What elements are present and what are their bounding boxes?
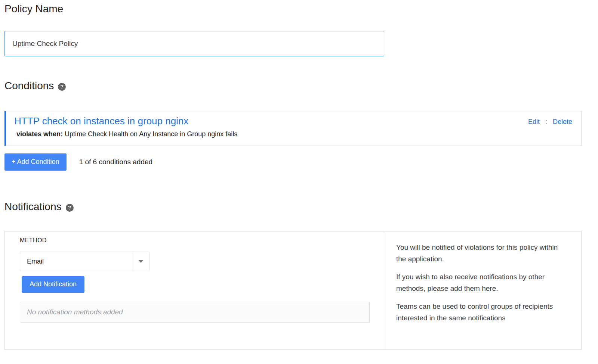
condition-description: violates when:Uptime Check Health on Any… xyxy=(14,130,572,138)
info-paragraph-2: If you wish to also receive notification… xyxy=(396,271,564,294)
action-separator: : xyxy=(545,118,547,126)
add-condition-row: + Add Condition 1 of 6 conditions added xyxy=(4,153,152,171)
condition-title-link[interactable]: HTTP check on instances in group nginx xyxy=(14,115,188,127)
conditions-help-icon[interactable]: ? xyxy=(58,83,66,91)
add-condition-button[interactable]: + Add Condition xyxy=(4,153,67,171)
notifications-heading-label: Notifications xyxy=(4,201,62,213)
notifications-help-icon[interactable]: ? xyxy=(66,204,74,212)
no-notifications-placeholder: No notification methods added xyxy=(20,302,370,323)
notification-method-select[interactable]: Email xyxy=(20,252,150,271)
info-paragraph-1: You will be notified of violations for t… xyxy=(396,242,564,265)
policy-name-input[interactable] xyxy=(4,31,384,56)
info-paragraph-3: Teams can be used to control groups of r… xyxy=(396,301,564,324)
conditions-section-heading: Conditions ? xyxy=(4,80,66,92)
notification-method-pane: METHOD Email Add Notification No notific… xyxy=(5,231,384,349)
condition-actions: Edit : Delete xyxy=(528,115,572,126)
conditions-count-text: 1 of 6 conditions added xyxy=(79,158,153,166)
policy-name-label: Policy Name xyxy=(4,3,63,15)
condition-card: HTTP check on instances in group nginx E… xyxy=(4,111,582,146)
violates-when-text: Uptime Check Health on Any Instance in G… xyxy=(65,130,237,138)
add-notification-button[interactable]: Add Notification xyxy=(22,276,84,293)
conditions-heading-label: Conditions xyxy=(4,80,54,92)
delete-condition-link[interactable]: Delete xyxy=(553,118,572,126)
condition-card-header: HTTP check on instances in group nginx E… xyxy=(14,115,572,127)
notifications-section-heading: Notifications ? xyxy=(4,201,74,213)
alert-policy-page: Policy Name Conditions ? HTTP check on i… xyxy=(0,0,598,364)
notifications-panel: METHOD Email Add Notification No notific… xyxy=(4,231,582,350)
edit-condition-link[interactable]: Edit xyxy=(528,118,540,126)
method-column-header: METHOD xyxy=(20,237,384,244)
dropdown-arrow-icon xyxy=(132,252,149,271)
notification-method-value: Email xyxy=(27,258,44,265)
notification-info-pane: You will be notified of violations for t… xyxy=(384,231,581,349)
violates-when-label: violates when: xyxy=(16,130,63,138)
